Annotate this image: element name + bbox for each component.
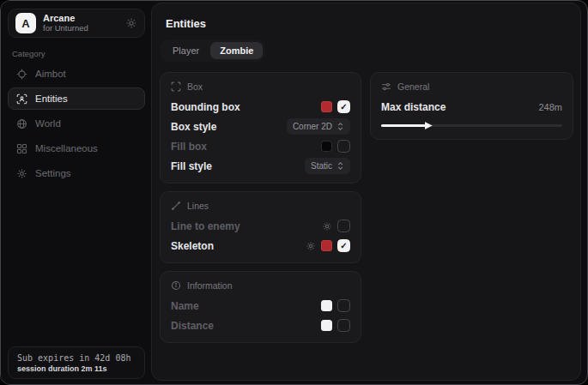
box-panel: Box Bounding box ✓ Box style Co bbox=[160, 72, 361, 183]
general-panel-header: General bbox=[381, 81, 562, 92]
setting-label: Fill box bbox=[171, 141, 321, 153]
slider-thumb[interactable] bbox=[425, 122, 433, 129]
checkbox-unchecked[interactable] bbox=[337, 220, 350, 232]
logo-letter: A bbox=[21, 17, 29, 30]
checkbox-unchecked[interactable] bbox=[337, 299, 350, 312]
sidebar-item-settings[interactable]: Settings bbox=[8, 162, 145, 184]
gear-icon[interactable] bbox=[306, 241, 316, 251]
setting-row-max-distance: Max distance 248m bbox=[381, 100, 562, 113]
box-corners-icon bbox=[171, 81, 181, 92]
info-icon bbox=[171, 280, 181, 291]
setting-row-name: Name bbox=[171, 299, 350, 312]
gear-icon bbox=[16, 168, 27, 179]
sidebar-item-label: Settings bbox=[35, 168, 71, 178]
panel-title: Lines bbox=[187, 201, 209, 211]
panel-title: Box bbox=[187, 81, 203, 92]
gear-icon[interactable] bbox=[322, 221, 332, 232]
setting-label: Name bbox=[171, 300, 321, 312]
session-duration-text: session duration 2m 11s bbox=[17, 364, 136, 373]
setting-row-skeleton: Skeleton ✓ bbox=[171, 239, 350, 252]
lines-panel: Lines Line to enemy bbox=[160, 191, 361, 263]
box-panel-header: Box bbox=[171, 81, 350, 92]
app-identity: Arcane for Unturned bbox=[43, 13, 118, 33]
setting-row-fill-style: Fill style Static bbox=[171, 159, 350, 172]
sidebar-item-world[interactable]: World bbox=[8, 112, 145, 135]
box-style-select[interactable]: Corner 2D bbox=[287, 118, 350, 135]
chevron-up-down-icon bbox=[336, 161, 344, 171]
crosshair-icon bbox=[16, 69, 27, 80]
sliders-icon bbox=[381, 81, 391, 92]
setting-label: Box style bbox=[171, 121, 287, 133]
setting-label: Fill style bbox=[171, 160, 305, 172]
setting-row-bounding-box: Bounding box ✓ bbox=[171, 100, 350, 113]
color-swatch[interactable] bbox=[321, 141, 332, 152]
app-subtitle: for Unturned bbox=[43, 24, 118, 33]
tab-player[interactable]: Player bbox=[163, 42, 209, 59]
setting-row-fill-box: Fill box bbox=[171, 140, 350, 153]
scan-person-icon bbox=[16, 93, 27, 105]
panel-title: Information bbox=[187, 280, 233, 291]
information-panel: Information Name Distance bbox=[160, 271, 361, 343]
lines-panel-header: Lines bbox=[171, 201, 350, 211]
setting-label: Bounding box bbox=[171, 101, 321, 113]
tab-zombie[interactable]: Zombie bbox=[210, 42, 263, 59]
panel-title: General bbox=[397, 81, 429, 92]
app-window: A Arcane for Unturned Category A bbox=[0, 0, 588, 385]
sidebar-item-aimbot[interactable]: Aimbot bbox=[8, 63, 145, 85]
color-swatch[interactable] bbox=[321, 240, 332, 251]
page-title: Entities bbox=[166, 17, 580, 30]
select-value: Corner 2D bbox=[293, 122, 332, 131]
checkbox-checked[interactable]: ✓ bbox=[337, 100, 350, 113]
app-name: Arcane bbox=[43, 13, 118, 24]
color-swatch[interactable] bbox=[321, 320, 332, 331]
sidebar-nav: Aimbot Entities World bbox=[8, 63, 145, 184]
left-column: Box Bounding box ✓ Box style Co bbox=[160, 72, 361, 343]
sidebar-item-label: Entities bbox=[35, 93, 68, 104]
sidebar-item-label: World bbox=[35, 118, 61, 129]
color-swatch[interactable] bbox=[321, 300, 332, 311]
grid-icon bbox=[16, 143, 27, 154]
setting-label: Skeleton bbox=[171, 240, 306, 252]
setting-row-box-style: Box style Corner 2D bbox=[171, 120, 350, 133]
line-tool-icon bbox=[171, 201, 181, 211]
sidebar-item-entities[interactable]: Entities bbox=[8, 87, 145, 110]
checkbox-unchecked[interactable] bbox=[337, 140, 350, 153]
sidebar-item-label: Aimbot bbox=[35, 69, 66, 79]
globe-icon bbox=[16, 118, 27, 129]
category-label: Category bbox=[12, 49, 45, 58]
setting-label: Line to enemy bbox=[171, 220, 322, 232]
checkbox-checked[interactable]: ✓ bbox=[337, 239, 350, 252]
general-panel: General Max distance 248m bbox=[370, 72, 573, 140]
sidebar-item-miscellaneous[interactable]: Miscellaneous bbox=[8, 137, 145, 159]
main-panel: Entities Player Zombie Box bbox=[151, 3, 581, 381]
chevron-up-down-icon bbox=[336, 122, 344, 131]
setting-row-line-to-enemy: Line to enemy bbox=[171, 220, 350, 232]
right-column: General Max distance 248m bbox=[370, 72, 573, 140]
setting-row-distance: Distance bbox=[171, 319, 350, 332]
sidebar-item-label: Miscellaneous bbox=[35, 143, 98, 153]
select-value: Static bbox=[311, 161, 332, 171]
sub-expiry-text: Sub expires in 42d 08h bbox=[17, 353, 136, 363]
app-logo: A bbox=[15, 13, 36, 33]
entity-tabs: Player Zombie bbox=[161, 39, 265, 62]
settings-columns: Box Bounding box ✓ Box style Co bbox=[160, 72, 573, 343]
information-panel-header: Information bbox=[171, 280, 350, 291]
max-distance-slider[interactable] bbox=[381, 122, 562, 129]
app-logo-card: A Arcane for Unturned bbox=[8, 9, 145, 38]
slider-fill bbox=[381, 124, 427, 127]
subscription-status-card: Sub expires in 42d 08h session duration … bbox=[8, 346, 145, 379]
gear-icon[interactable] bbox=[125, 17, 137, 29]
setting-label: Distance bbox=[171, 320, 321, 332]
slider-value: 248m bbox=[538, 102, 562, 112]
setting-label: Max distance bbox=[381, 101, 538, 113]
fill-style-select[interactable]: Static bbox=[305, 158, 350, 174]
color-swatch[interactable] bbox=[321, 101, 332, 112]
sidebar: A Arcane for Unturned Category A bbox=[1, 1, 151, 384]
checkbox-unchecked[interactable] bbox=[337, 319, 350, 332]
